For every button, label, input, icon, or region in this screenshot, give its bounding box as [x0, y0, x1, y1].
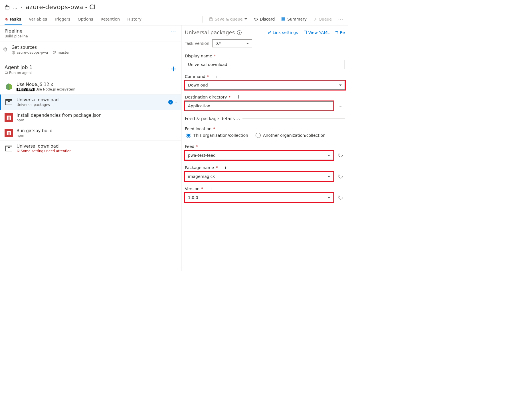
task-title: Run gatsby build — [17, 128, 177, 133]
command-label: Command — [185, 74, 205, 79]
feed-location-other-org[interactable]: Another organization/collection — [256, 133, 325, 138]
browse-button[interactable]: ⋯ — [336, 101, 345, 111]
required-marker: * — [216, 165, 218, 170]
info-icon[interactable]: i — [216, 74, 217, 79]
tab-tasks[interactable]: ①Tasks — [5, 14, 22, 24]
feed-select[interactable]: pwa-test-feed — [185, 151, 333, 160]
task-universal-download-1[interactable]: Universal download Universal packages ✓ … — [0, 95, 181, 110]
chevron-down-icon — [327, 155, 330, 156]
panel-title: Universal packages — [185, 29, 235, 35]
repo-icon — [11, 51, 15, 55]
task-subtitle: Universal packages — [17, 103, 165, 107]
agent-job-subtitle: Run on agent — [9, 71, 32, 75]
divider — [203, 16, 203, 23]
summary-icon — [281, 17, 286, 21]
package-name-label: Package name — [185, 165, 214, 170]
display-name-label: Display name — [185, 54, 212, 58]
trash-icon — [335, 31, 339, 35]
preview-badge: PREVIEW — [17, 88, 35, 91]
svg-rect-12 — [6, 146, 12, 147]
drag-handle-icon[interactable]: ⁝⁝ — [175, 100, 177, 104]
package-icon — [5, 144, 13, 153]
get-sources[interactable]: Get sources azure-devops-pwa master — [0, 41, 181, 58]
destination-label: Destination directory — [185, 95, 227, 99]
refresh-feed-button[interactable] — [336, 150, 345, 160]
link-settings-button[interactable]: Link settings — [268, 30, 298, 35]
info-icon[interactable]: i — [225, 165, 226, 170]
pipeline-subtitle: Build pipeline — [5, 34, 28, 38]
tab-history[interactable]: History — [127, 14, 142, 24]
info-icon[interactable]: i — [222, 126, 224, 131]
view-yaml-button[interactable]: View YAML — [303, 30, 330, 35]
task-npm-install[interactable]: Install dependencies from package.json n… — [0, 110, 181, 125]
pipeline-tree: Pipeline Build pipeline ⋯ Get sources az… — [0, 25, 181, 271]
refresh-version-button[interactable] — [336, 193, 345, 202]
feed-location-this-org[interactable]: This organization/collection — [186, 133, 248, 138]
svg-rect-7 — [6, 99, 12, 101]
tab-bar: ①Tasks Variables Triggers Options Retent… — [0, 13, 348, 25]
svg-rect-8 — [8, 101, 10, 102]
svg-rect-10 — [6, 130, 12, 136]
agent-job[interactable]: Agent job 1 Run on agent + — [0, 58, 181, 79]
branch-name: master — [58, 51, 70, 55]
feed-location-label: Feed location — [185, 126, 211, 131]
add-task-button[interactable]: + — [170, 65, 177, 73]
project-icon[interactable] — [5, 5, 10, 10]
info-icon[interactable]: i — [238, 95, 239, 99]
page-title[interactable]: azure-devops-pwa - CI — [26, 3, 96, 11]
feed-label: Feed — [185, 144, 194, 149]
tab-variables[interactable]: Variables — [28, 14, 48, 24]
task-error: ①Some settings need attention — [17, 149, 177, 153]
info-icon[interactable]: i — [211, 186, 212, 191]
chevron-down-icon — [327, 197, 330, 198]
refresh-package-button[interactable] — [336, 172, 345, 181]
svg-rect-14 — [304, 31, 306, 34]
destination-input[interactable] — [185, 101, 333, 110]
pipeline-header[interactable]: Pipeline Build pipeline ⋯ — [0, 25, 181, 41]
link-icon — [268, 31, 272, 35]
tab-triggers[interactable]: Triggers — [54, 14, 71, 24]
tab-options[interactable]: Options — [77, 14, 94, 24]
chevron-down-icon — [246, 43, 249, 44]
breadcrumb-ellipsis[interactable]: … — [13, 5, 17, 9]
package-name-select[interactable]: imagemagick — [185, 172, 333, 181]
task-version-select[interactable]: 0.* — [212, 39, 252, 47]
svg-rect-5 — [5, 72, 8, 73]
nodejs-icon — [5, 83, 13, 91]
required-marker: * — [196, 144, 198, 149]
more-actions[interactable]: ⋯ — [338, 16, 344, 22]
svg-rect-13 — [8, 147, 10, 148]
command-select[interactable]: Download — [185, 81, 345, 90]
chevron-down-icon — [327, 176, 330, 177]
error-icon: ① — [17, 149, 20, 153]
required-marker: * — [201, 186, 203, 191]
pipeline-name: Pipeline — [5, 28, 28, 34]
npm-icon — [5, 113, 13, 122]
task-node[interactable]: Use Node.JS 12.x PREVIEW Use Node.js eco… — [0, 79, 181, 95]
npm-icon — [5, 129, 13, 137]
check-icon: ✓ — [168, 100, 173, 104]
task-title: Universal download — [17, 144, 177, 149]
svg-rect-1 — [210, 17, 211, 19]
task-npm-build[interactable]: Run gatsby build npm — [0, 125, 181, 141]
version-select[interactable]: 1.0.0 — [185, 193, 333, 202]
display-name-input[interactable] — [185, 60, 345, 69]
svg-point-3 — [54, 53, 54, 54]
pipeline-more[interactable]: ⋯ — [170, 28, 177, 35]
save-queue-button[interactable]: Save & queue — [209, 17, 247, 21]
task-universal-download-2[interactable]: Universal download ①Some settings need a… — [0, 141, 181, 156]
section-feed-details[interactable]: Feed & package details ︿ — [185, 116, 345, 121]
task-details-panel: Universal packages i Link settings View … — [181, 25, 348, 271]
task-title: Use Node.JS 12.x — [17, 82, 177, 87]
svg-point-2 — [54, 51, 54, 52]
remove-button[interactable]: Re — [335, 30, 345, 35]
info-icon[interactable]: i — [205, 144, 207, 149]
discard-button[interactable]: Discard — [254, 17, 275, 21]
get-sources-icon — [2, 47, 8, 53]
task-subtitle: npm — [17, 118, 177, 122]
required-marker: * — [214, 54, 216, 58]
info-icon[interactable]: i — [237, 30, 242, 35]
queue-button[interactable]: Queue — [313, 17, 332, 21]
summary-button[interactable]: Summary — [281, 17, 307, 21]
tab-retention[interactable]: Retention — [100, 14, 121, 24]
